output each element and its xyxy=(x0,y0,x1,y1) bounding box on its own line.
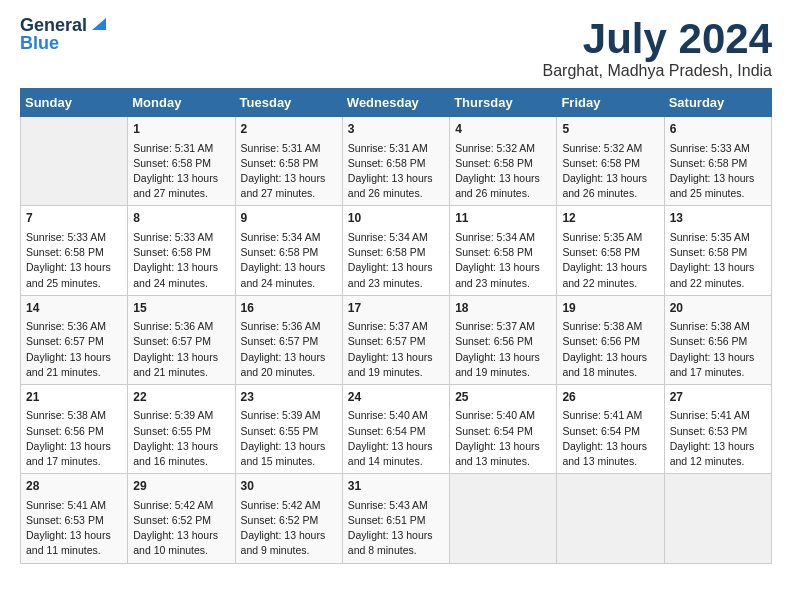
cell-info-line: and 19 minutes. xyxy=(455,365,551,380)
calendar-cell: 21Sunrise: 5:38 AMSunset: 6:56 PMDayligh… xyxy=(21,384,128,473)
cell-info-line: and 13 minutes. xyxy=(455,454,551,469)
calendar-cell: 25Sunrise: 5:40 AMSunset: 6:54 PMDayligh… xyxy=(450,384,557,473)
calendar-day-header: Monday xyxy=(128,89,235,117)
day-number: 18 xyxy=(455,300,551,317)
calendar-cell: 17Sunrise: 5:37 AMSunset: 6:57 PMDayligh… xyxy=(342,295,449,384)
cell-info-line: Daylight: 13 hours xyxy=(455,439,551,454)
logo-blue-text: Blue xyxy=(20,34,106,52)
cell-info-line: Daylight: 13 hours xyxy=(241,439,337,454)
cell-info-line: Sunrise: 5:38 AM xyxy=(670,319,766,334)
day-number: 30 xyxy=(241,478,337,495)
day-number: 2 xyxy=(241,121,337,138)
calendar-cell: 31Sunrise: 5:43 AMSunset: 6:51 PMDayligh… xyxy=(342,474,449,563)
calendar-cell: 16Sunrise: 5:36 AMSunset: 6:57 PMDayligh… xyxy=(235,295,342,384)
calendar-cell: 26Sunrise: 5:41 AMSunset: 6:54 PMDayligh… xyxy=(557,384,664,473)
calendar-cell: 8Sunrise: 5:33 AMSunset: 6:58 PMDaylight… xyxy=(128,206,235,295)
cell-info-line: and 17 minutes. xyxy=(26,454,122,469)
cell-info-line: Daylight: 13 hours xyxy=(670,171,766,186)
cell-info-line: Sunset: 6:58 PM xyxy=(562,156,658,171)
day-number: 14 xyxy=(26,300,122,317)
logo-general-text: General xyxy=(20,16,87,34)
day-number: 28 xyxy=(26,478,122,495)
cell-info-line: Daylight: 13 hours xyxy=(562,260,658,275)
cell-info-line: Daylight: 13 hours xyxy=(241,350,337,365)
calendar-week-row: 1Sunrise: 5:31 AMSunset: 6:58 PMDaylight… xyxy=(21,117,772,206)
cell-info-line: Daylight: 13 hours xyxy=(348,528,444,543)
calendar-day-header: Sunday xyxy=(21,89,128,117)
cell-info-line: Sunrise: 5:33 AM xyxy=(26,230,122,245)
cell-info-line: and 26 minutes. xyxy=(348,186,444,201)
cell-info-line: and 24 minutes. xyxy=(133,276,229,291)
calendar-table: SundayMondayTuesdayWednesdayThursdayFrid… xyxy=(20,88,772,563)
cell-info-line: and 17 minutes. xyxy=(670,365,766,380)
day-number: 19 xyxy=(562,300,658,317)
cell-info-line: Daylight: 13 hours xyxy=(670,439,766,454)
cell-info-line: Daylight: 13 hours xyxy=(241,260,337,275)
calendar-cell: 7Sunrise: 5:33 AMSunset: 6:58 PMDaylight… xyxy=(21,206,128,295)
calendar-cell xyxy=(450,474,557,563)
calendar-cell: 4Sunrise: 5:32 AMSunset: 6:58 PMDaylight… xyxy=(450,117,557,206)
cell-info-line: Sunrise: 5:40 AM xyxy=(455,408,551,423)
calendar-cell: 14Sunrise: 5:36 AMSunset: 6:57 PMDayligh… xyxy=(21,295,128,384)
cell-info-line: and 23 minutes. xyxy=(348,276,444,291)
cell-info-line: Sunrise: 5:36 AM xyxy=(133,319,229,334)
cell-info-line: and 27 minutes. xyxy=(133,186,229,201)
cell-info-line: Sunrise: 5:43 AM xyxy=(348,498,444,513)
logo-triangle-icon xyxy=(88,14,106,32)
cell-info-line: Sunrise: 5:38 AM xyxy=(26,408,122,423)
title-block: July 2024 Barghat, Madhya Pradesh, India xyxy=(543,16,772,80)
cell-info-line: Sunrise: 5:33 AM xyxy=(133,230,229,245)
calendar-week-row: 21Sunrise: 5:38 AMSunset: 6:56 PMDayligh… xyxy=(21,384,772,473)
day-number: 17 xyxy=(348,300,444,317)
cell-info-line: and 27 minutes. xyxy=(241,186,337,201)
cell-info-line: Daylight: 13 hours xyxy=(26,528,122,543)
day-number: 1 xyxy=(133,121,229,138)
cell-info-line: Daylight: 13 hours xyxy=(455,260,551,275)
cell-info-line: Sunrise: 5:38 AM xyxy=(562,319,658,334)
cell-info-line: Sunset: 6:58 PM xyxy=(241,245,337,260)
cell-info-line: and 26 minutes. xyxy=(455,186,551,201)
cell-info-line: Sunset: 6:58 PM xyxy=(133,156,229,171)
cell-info-line: Sunset: 6:58 PM xyxy=(348,245,444,260)
calendar-cell: 28Sunrise: 5:41 AMSunset: 6:53 PMDayligh… xyxy=(21,474,128,563)
calendar-cell: 18Sunrise: 5:37 AMSunset: 6:56 PMDayligh… xyxy=(450,295,557,384)
cell-info-line: Sunrise: 5:34 AM xyxy=(241,230,337,245)
cell-info-line: and 24 minutes. xyxy=(241,276,337,291)
cell-info-line: and 21 minutes. xyxy=(26,365,122,380)
cell-info-line: Sunset: 6:58 PM xyxy=(348,156,444,171)
cell-info-line: Sunrise: 5:37 AM xyxy=(348,319,444,334)
calendar-cell xyxy=(557,474,664,563)
cell-info-line: and 22 minutes. xyxy=(562,276,658,291)
cell-info-line: Daylight: 13 hours xyxy=(455,350,551,365)
cell-info-line: Daylight: 13 hours xyxy=(670,350,766,365)
cell-info-line: Sunrise: 5:36 AM xyxy=(241,319,337,334)
cell-info-line: and 25 minutes. xyxy=(26,276,122,291)
cell-info-line: Sunrise: 5:32 AM xyxy=(455,141,551,156)
calendar-cell: 1Sunrise: 5:31 AMSunset: 6:58 PMDaylight… xyxy=(128,117,235,206)
cell-info-line: Daylight: 13 hours xyxy=(455,171,551,186)
cell-info-line: Sunrise: 5:32 AM xyxy=(562,141,658,156)
cell-info-line: Sunset: 6:54 PM xyxy=(455,424,551,439)
cell-info-line: Sunrise: 5:31 AM xyxy=(241,141,337,156)
cell-info-line: Daylight: 13 hours xyxy=(26,350,122,365)
cell-info-line: Sunset: 6:57 PM xyxy=(133,334,229,349)
calendar-week-row: 14Sunrise: 5:36 AMSunset: 6:57 PMDayligh… xyxy=(21,295,772,384)
calendar-week-row: 7Sunrise: 5:33 AMSunset: 6:58 PMDaylight… xyxy=(21,206,772,295)
cell-info-line: and 15 minutes. xyxy=(241,454,337,469)
calendar-cell: 29Sunrise: 5:42 AMSunset: 6:52 PMDayligh… xyxy=(128,474,235,563)
cell-info-line: Sunset: 6:53 PM xyxy=(26,513,122,528)
calendar-cell: 22Sunrise: 5:39 AMSunset: 6:55 PMDayligh… xyxy=(128,384,235,473)
cell-info-line: Sunset: 6:56 PM xyxy=(26,424,122,439)
cell-info-line: Sunrise: 5:39 AM xyxy=(241,408,337,423)
day-number: 22 xyxy=(133,389,229,406)
cell-info-line: Daylight: 13 hours xyxy=(348,350,444,365)
day-number: 5 xyxy=(562,121,658,138)
cell-info-line: and 18 minutes. xyxy=(562,365,658,380)
cell-info-line: Sunrise: 5:40 AM xyxy=(348,408,444,423)
cell-info-line: and 9 minutes. xyxy=(241,543,337,558)
calendar-cell xyxy=(21,117,128,206)
day-number: 7 xyxy=(26,210,122,227)
cell-info-line: Sunset: 6:55 PM xyxy=(133,424,229,439)
svg-marker-0 xyxy=(92,18,106,30)
day-number: 10 xyxy=(348,210,444,227)
